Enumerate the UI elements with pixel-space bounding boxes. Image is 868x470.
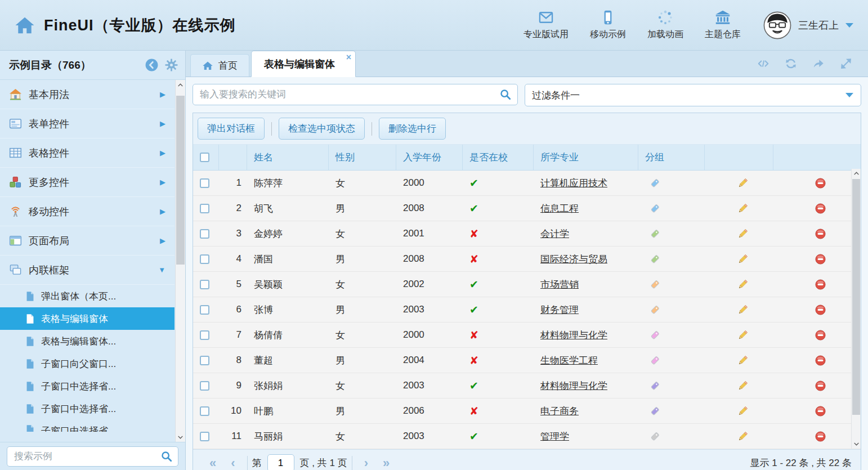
sidebar-group[interactable]: 移动控件 ▶ xyxy=(0,197,175,226)
col-year[interactable]: 入学年份 xyxy=(396,145,463,170)
row-checkbox[interactable] xyxy=(200,178,209,188)
close-tab-icon[interactable]: × xyxy=(346,52,351,62)
user-menu[interactable]: 三生石上 xyxy=(763,11,853,39)
delete-icon[interactable] xyxy=(815,279,826,290)
gear-icon[interactable] xyxy=(164,58,178,72)
scroll-down-icon[interactable] xyxy=(176,432,185,442)
delete-icon[interactable] xyxy=(815,304,826,316)
collapse-sidebar-icon[interactable] xyxy=(145,58,159,72)
sidebar-subitem[interactable]: 子窗口向父窗口... xyxy=(0,352,175,375)
refresh-icon[interactable] xyxy=(785,57,797,70)
row-checkbox[interactable] xyxy=(200,381,209,391)
row-checkbox[interactable] xyxy=(200,432,209,441)
sidebar-subitem[interactable]: 弹出窗体（本页... xyxy=(0,285,175,307)
search-icon[interactable] xyxy=(160,450,173,463)
col-name[interactable]: 姓名 xyxy=(247,145,329,170)
delete-icon[interactable] xyxy=(815,405,826,417)
first-page-button[interactable]: « xyxy=(209,457,216,469)
header-action[interactable]: 专业版试用 xyxy=(524,10,569,41)
major-link[interactable]: 计算机应用技术 xyxy=(540,177,607,190)
delete-icon[interactable] xyxy=(815,355,826,366)
edit-icon[interactable] xyxy=(737,253,749,265)
sidebar-scrollbar[interactable] xyxy=(175,80,185,442)
sidebar-group[interactable]: 基本用法 ▶ xyxy=(0,80,175,109)
edit-icon[interactable] xyxy=(737,203,749,214)
edit-icon[interactable] xyxy=(737,228,749,240)
edit-icon[interactable] xyxy=(737,304,749,316)
row-checkbox[interactable] xyxy=(200,254,209,264)
sidebar-search-input[interactable] xyxy=(7,446,178,467)
col-major[interactable]: 所学专业 xyxy=(534,145,638,170)
tab-home[interactable]: 首页 xyxy=(190,54,249,77)
edit-icon[interactable] xyxy=(737,177,749,189)
delete-icon[interactable] xyxy=(815,253,826,265)
fullscreen-icon[interactable] xyxy=(840,57,852,70)
tab-active[interactable]: 表格与编辑窗体 × xyxy=(251,51,356,77)
major-link[interactable]: 市场营销 xyxy=(540,278,579,291)
sidebar-group[interactable]: 更多控件 ▶ xyxy=(0,168,175,197)
sidebar-subitem[interactable]: 表格与编辑窗体... xyxy=(0,330,175,352)
col-gender[interactable]: 性别 xyxy=(329,145,396,170)
sidebar-subitem[interactable]: 子窗口中选择省... xyxy=(0,397,175,420)
major-link[interactable]: 材料物理与化学 xyxy=(540,379,607,392)
major-link[interactable]: 财务管理 xyxy=(540,303,579,316)
page-number-input[interactable] xyxy=(267,454,294,470)
edit-icon[interactable] xyxy=(737,405,749,417)
next-page-button[interactable]: › xyxy=(364,457,368,469)
delete-icon[interactable] xyxy=(815,380,826,392)
edit-icon[interactable] xyxy=(737,355,749,366)
last-page-button[interactable]: » xyxy=(383,457,390,469)
major-link[interactable]: 电子商务 xyxy=(540,405,579,418)
major-link[interactable]: 材料物理与化学 xyxy=(540,329,607,342)
delete-icon[interactable] xyxy=(815,228,826,240)
search-icon[interactable] xyxy=(499,88,512,101)
edit-icon[interactable] xyxy=(737,329,749,341)
row-checkbox[interactable] xyxy=(200,330,209,340)
major-link[interactable]: 国际经济与贸易 xyxy=(540,253,607,266)
sidebar-group[interactable]: 表单控件 ▶ xyxy=(0,109,175,138)
sidebar-group[interactable]: 表格控件 ▶ xyxy=(0,138,175,168)
sidebar-subitem[interactable]: 子窗口中选择省 xyxy=(0,420,175,432)
scroll-up-icon[interactable] xyxy=(176,80,185,90)
row-checkbox[interactable] xyxy=(200,204,209,213)
delete-icon[interactable] xyxy=(815,177,826,189)
scroll-down-icon[interactable] xyxy=(852,439,861,449)
major-link[interactable]: 管理学 xyxy=(540,430,569,443)
delete-icon[interactable] xyxy=(815,329,826,341)
col-index[interactable] xyxy=(219,145,247,170)
row-checkbox[interactable] xyxy=(200,356,209,365)
delete-icon[interactable] xyxy=(815,203,826,214)
col-atschool[interactable]: 是否在校 xyxy=(463,145,534,170)
check-selected-button[interactable]: 检查选中项状态 xyxy=(279,118,365,140)
scrollbar-thumb[interactable] xyxy=(852,179,860,415)
app-home-icon[interactable] xyxy=(15,15,35,35)
row-checkbox[interactable] xyxy=(200,305,209,315)
col-group[interactable]: 分组 xyxy=(638,145,705,170)
sidebar-group[interactable]: 内联框架 ▼ xyxy=(0,256,175,285)
major-link[interactable]: 信息工程 xyxy=(540,202,579,215)
major-link[interactable]: 会计学 xyxy=(540,227,569,240)
sidebar-subitem[interactable]: 表格与编辑窗体 xyxy=(0,307,175,330)
source-code-icon[interactable] xyxy=(757,57,769,70)
header-action[interactable]: 加载动画 xyxy=(647,10,683,41)
sidebar-group[interactable]: 页面布局 ▶ xyxy=(0,226,175,256)
delete-icon[interactable] xyxy=(815,431,826,442)
header-action[interactable]: 移动示例 xyxy=(590,10,626,41)
avatar[interactable] xyxy=(763,11,791,39)
delete-rows-button[interactable]: 删除选中行 xyxy=(379,118,446,140)
header-action[interactable]: 主题仓库 xyxy=(705,10,741,41)
sidebar-subitem[interactable]: 子窗口中选择省... xyxy=(0,375,175,397)
open-dialog-button[interactable]: 弹出对话框 xyxy=(198,118,265,140)
scrollbar-thumb[interactable] xyxy=(176,96,185,265)
edit-icon[interactable] xyxy=(737,431,749,442)
row-checkbox[interactable] xyxy=(200,280,209,289)
table-scrollbar[interactable] xyxy=(851,169,861,449)
filter-dropdown[interactable]: 过滤条件一 xyxy=(525,84,861,106)
keyword-search-input[interactable] xyxy=(193,84,518,105)
share-icon[interactable] xyxy=(812,57,825,70)
select-all-checkbox[interactable] xyxy=(200,153,209,162)
scroll-up-icon[interactable] xyxy=(852,169,861,178)
edit-icon[interactable] xyxy=(737,279,749,290)
edit-icon[interactable] xyxy=(737,380,749,392)
major-link[interactable]: 生物医学工程 xyxy=(540,354,598,367)
